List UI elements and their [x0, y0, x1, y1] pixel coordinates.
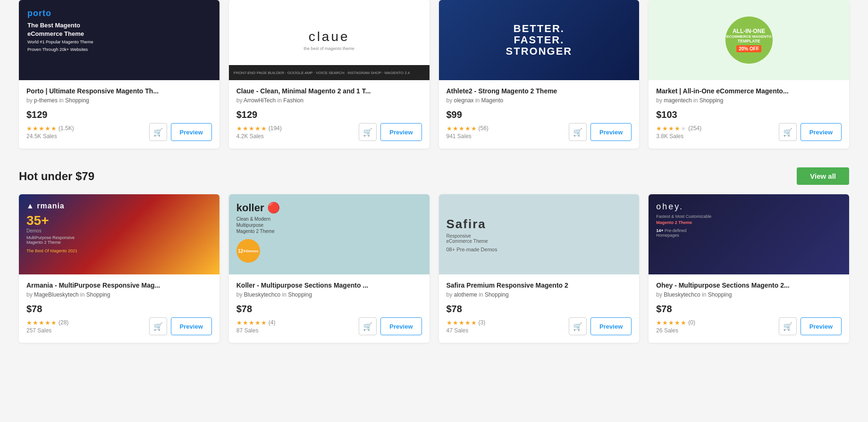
preview-button[interactable]: Preview — [590, 317, 632, 335]
product-meta: ★★★★★ (254) 3.8K Sales 🛒 Preview — [656, 123, 842, 141]
claue-thumbnail: claue the best of magento theme FRONT-EN… — [229, 0, 430, 80]
product-actions: 🛒 Preview — [359, 123, 421, 141]
preview-button[interactable]: Preview — [171, 123, 212, 141]
star: ★ — [33, 125, 38, 132]
add-to-cart-button[interactable]: 🛒 — [149, 123, 167, 141]
product-thumbnail-ohey: ohey. Fastest & Most CustomizableMagento… — [649, 194, 849, 274]
hot-section: Hot under $79 View all ▲ rmania 35+ Demo… — [19, 167, 849, 343]
product-price: $129 — [236, 109, 422, 120]
product-actions: 🛒 Preview — [569, 123, 632, 141]
preview-button[interactable]: Preview — [171, 317, 212, 335]
star: ★ — [243, 125, 248, 132]
star: ★ — [33, 319, 38, 326]
section-header: Hot under $79 View all — [19, 167, 849, 185]
star: ★ — [459, 319, 464, 326]
product-info-porto: Porto | Ultimate Responsive Magento Th..… — [19, 80, 219, 149]
product-author: by ArrowHiTech in Fashion — [236, 97, 422, 104]
stars: ★★★★★ — [26, 125, 57, 132]
product-price: $78 — [656, 304, 842, 314]
sales-count: 4.2K Sales — [236, 133, 282, 140]
star: ★ — [471, 125, 477, 132]
star: ★ — [453, 125, 458, 132]
add-to-cart-button[interactable]: 🛒 — [359, 317, 377, 335]
rating-count: (28) — [59, 319, 68, 326]
product-thumbnail-armania: ▲ rmania 35+ Demos MultiPurpose Responsi… — [19, 194, 219, 274]
product-card-claue: claue the best of magento theme FRONT-EN… — [229, 0, 430, 149]
product-thumbnail-porto: porto The Best MagentoeCommerce Theme Wo… — [19, 0, 219, 80]
porto-thumbnail: porto The Best MagentoeCommerce Theme Wo… — [19, 0, 219, 80]
stars-row: ★★★★★ (56) — [447, 125, 489, 132]
preview-button[interactable]: Preview — [380, 123, 421, 141]
product-info-koller: Koller - Multipurpose Sections Magento .… — [229, 274, 430, 343]
rating-count: (4) — [269, 319, 276, 326]
product-meta: ★★★★★ (56) 941 Sales 🛒 Preview — [447, 123, 632, 141]
star: ★ — [255, 319, 261, 326]
star: ★ — [453, 319, 458, 326]
star: ★ — [236, 125, 242, 132]
product-price: $103 — [656, 109, 842, 120]
product-thumbnail-market: ALL-IN-ONE ECOMMERCE MAGENTO TEMPLATE 20… — [649, 0, 849, 80]
product-info-claue: Claue - Clean, Minimal Magento 2 and 1 T… — [229, 80, 430, 149]
add-to-cart-button[interactable]: 🛒 — [779, 317, 797, 335]
stars-row: ★★★★★ (4) — [236, 319, 276, 326]
product-info-market: Market | All-in-One eCommerce Magento...… — [649, 80, 849, 149]
stars: ★★★★★ — [236, 319, 267, 326]
star-empty: ★ — [681, 125, 686, 132]
armania-thumbnail: ▲ rmania 35+ Demos MultiPurpose Responsi… — [19, 194, 219, 274]
rating-sales: ★★★★★ (56) 941 Sales — [447, 125, 489, 140]
product-title: Koller - Multipurpose Sections Magento .… — [236, 281, 422, 290]
product-price: $78 — [447, 304, 632, 314]
view-all-button[interactable]: View all — [797, 167, 849, 185]
product-meta: ★★★★★ (194) 4.2K Sales 🛒 Preview — [236, 123, 422, 141]
star: ★ — [261, 319, 267, 326]
preview-button[interactable]: Preview — [380, 317, 421, 335]
add-to-cart-button[interactable]: 🛒 — [359, 123, 377, 141]
star: ★ — [447, 319, 452, 326]
add-to-cart-button[interactable]: 🛒 — [149, 317, 167, 335]
product-meta: ★★★★★ (4) 87 Sales 🛒 Preview — [236, 317, 422, 335]
product-title: Porto | Ultimate Responsive Magento Th..… — [26, 87, 212, 95]
product-author: by alotheme in Shopping — [447, 291, 632, 298]
star: ★ — [261, 125, 267, 132]
rating-count: (0) — [688, 319, 695, 326]
product-author: by Blueskytechco in Shopping — [236, 291, 422, 298]
star: ★ — [26, 319, 32, 326]
star: ★ — [249, 125, 254, 132]
product-author: by magentech in Shopping — [656, 97, 842, 104]
sales-count: 24.5K Sales — [26, 133, 74, 140]
star: ★ — [662, 125, 668, 132]
add-to-cart-button[interactable]: 🛒 — [569, 123, 587, 141]
preview-button[interactable]: Preview — [801, 317, 842, 335]
rating-count: (1.5K) — [59, 125, 74, 132]
star: ★ — [249, 319, 254, 326]
star: ★ — [668, 319, 674, 326]
product-thumbnail-koller: koller 🔴 Clean & ModernMultipurposeMagen… — [229, 194, 430, 274]
product-card-safira: Safira ResponsiveeCommerce Theme 08+ Pre… — [439, 194, 640, 343]
star: ★ — [243, 319, 248, 326]
star: ★ — [465, 125, 471, 132]
preview-button[interactable]: Preview — [590, 123, 632, 141]
product-thumbnail-safira: Safira ResponsiveeCommerce Theme 08+ Pre… — [439, 194, 640, 274]
product-title: Athlete2 - Strong Magento 2 Theme — [447, 87, 632, 95]
product-title: Market | All-in-One eCommerce Magento... — [656, 87, 842, 95]
product-author: by p-themes in Shopping — [26, 97, 212, 104]
stars: ★★★★★ — [447, 125, 477, 132]
product-actions: 🛒 Preview — [779, 317, 842, 335]
rating-sales: ★★★★★ (4) 87 Sales — [236, 319, 276, 334]
product-actions: 🛒 Preview — [359, 317, 421, 335]
star: ★ — [51, 125, 57, 132]
add-to-cart-button[interactable]: 🛒 — [779, 123, 797, 141]
preview-button[interactable]: Preview — [801, 123, 842, 141]
sales-count: 47 Sales — [447, 327, 486, 334]
athlete2-thumbnail: BETTER.FASTER.STRONGER — [439, 0, 640, 80]
top-products-grid: porto The Best MagentoeCommerce Theme Wo… — [19, 0, 849, 149]
page-wrapper: porto The Best MagentoeCommerce Theme Wo… — [0, 0, 868, 381]
add-to-cart-button[interactable]: 🛒 — [569, 317, 587, 335]
stars-row: ★★★★★ (0) — [656, 319, 695, 326]
product-card-ohey: ohey. Fastest & Most CustomizableMagento… — [649, 194, 849, 343]
product-meta: ★★★★★ (3) 47 Sales 🛒 Preview — [447, 317, 632, 335]
product-price: $129 — [26, 109, 212, 120]
product-info-armania: Armania - MultiPurpose Responsive Mag...… — [19, 274, 219, 343]
sales-count: 26 Sales — [656, 327, 695, 334]
product-meta: ★★★★★ (28) 257 Sales 🛒 Preview — [26, 317, 212, 335]
